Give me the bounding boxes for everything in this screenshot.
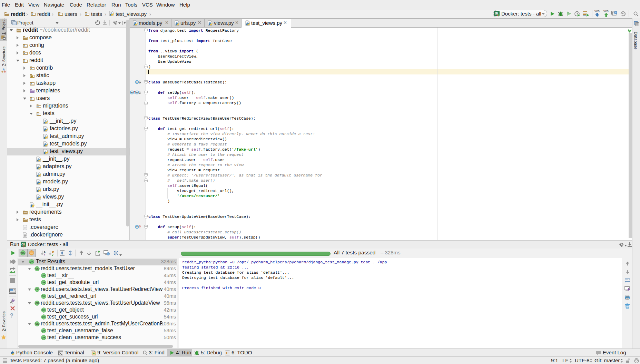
svg-text:OK: OK [21,252,25,254]
svg-text:OK: OK [42,274,46,277]
svg-text:OK: OK [42,309,46,311]
svg-text:z: z [44,253,45,256]
svg-text:OK: OK [42,295,46,297]
svg-text:OK: OK [42,330,46,332]
svg-text:OK: OK [35,323,39,325]
svg-text:OK: OK [42,316,46,318]
svg-text:OK: OK [42,336,46,339]
svg-text:OK: OK [42,281,46,284]
svg-text:OK: OK [30,261,33,263]
svg-text:OK: OK [35,288,39,291]
svg-text:OK: OK [35,302,39,304]
svg-text:OK: OK [35,267,39,270]
